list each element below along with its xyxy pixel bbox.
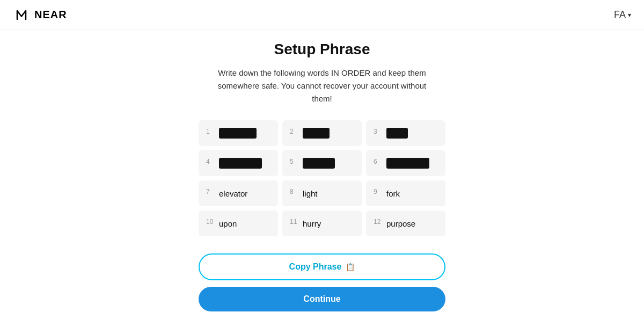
cell-word: upon xyxy=(219,219,237,228)
phrase-grid: 1234567elevator8light9fork10upon11hurry1… xyxy=(199,120,445,236)
cell-word xyxy=(219,128,257,139)
header: NEAR FA ▾ xyxy=(0,0,644,30)
near-logo-icon xyxy=(13,6,30,24)
cell-number: 5 xyxy=(290,157,298,165)
phrase-cell: 9fork xyxy=(366,180,445,206)
phrase-cell: 6 xyxy=(366,150,445,176)
phrase-cell: 11hurry xyxy=(282,211,362,236)
phrase-cell: 5 xyxy=(282,150,362,176)
cell-number: 3 xyxy=(374,127,382,135)
cell-word: purpose xyxy=(386,219,415,228)
phrase-cell: 4 xyxy=(199,150,278,176)
copy-phrase-button[interactable]: Copy Phrase 📋 xyxy=(199,253,445,280)
main-content: Setup Phrase Write down the following wo… xyxy=(0,30,644,312)
copy-icon: 📋 xyxy=(346,263,355,271)
cell-number: 12 xyxy=(374,217,382,226)
cell-number: 7 xyxy=(206,187,215,195)
cell-word: elevator xyxy=(219,189,247,198)
cell-word: hurry xyxy=(303,219,321,228)
phrase-cell: 8light xyxy=(282,180,362,206)
phrase-cell: 2 xyxy=(282,120,362,146)
cell-number: 10 xyxy=(206,217,215,226)
cell-word xyxy=(386,158,429,169)
continue-button[interactable]: Continue xyxy=(199,287,445,311)
cell-number: 4 xyxy=(206,157,215,165)
cell-number: 11 xyxy=(290,217,298,226)
phrase-cell: 12purpose xyxy=(366,211,445,236)
page-title: Setup Phrase xyxy=(274,41,370,58)
cell-number: 9 xyxy=(374,187,382,195)
chevron-down-icon: ▾ xyxy=(628,11,631,19)
cell-word xyxy=(303,158,335,169)
cell-number: 8 xyxy=(290,187,298,195)
cell-number: 2 xyxy=(290,127,298,135)
cell-word: light xyxy=(303,189,318,198)
language-selector[interactable]: FA ▾ xyxy=(614,9,631,20)
phrase-cell: 1 xyxy=(199,120,278,146)
cell-word xyxy=(386,128,408,139)
page-description: Write down the following words IN ORDER … xyxy=(209,67,435,105)
cell-word xyxy=(219,158,262,169)
cell-word xyxy=(303,128,330,139)
logo: NEAR xyxy=(13,6,67,24)
cell-number: 1 xyxy=(206,127,215,135)
copy-phrase-label: Copy Phrase xyxy=(289,262,342,272)
phrase-cell: 3 xyxy=(366,120,445,146)
phrase-cell: 7elevator xyxy=(199,180,278,206)
continue-label: Continue xyxy=(303,294,340,303)
cell-word: fork xyxy=(386,189,400,198)
logo-text: NEAR xyxy=(34,9,67,21)
language-icon: FA xyxy=(614,9,626,20)
cell-number: 6 xyxy=(374,157,382,165)
phrase-cell: 10upon xyxy=(199,211,278,236)
